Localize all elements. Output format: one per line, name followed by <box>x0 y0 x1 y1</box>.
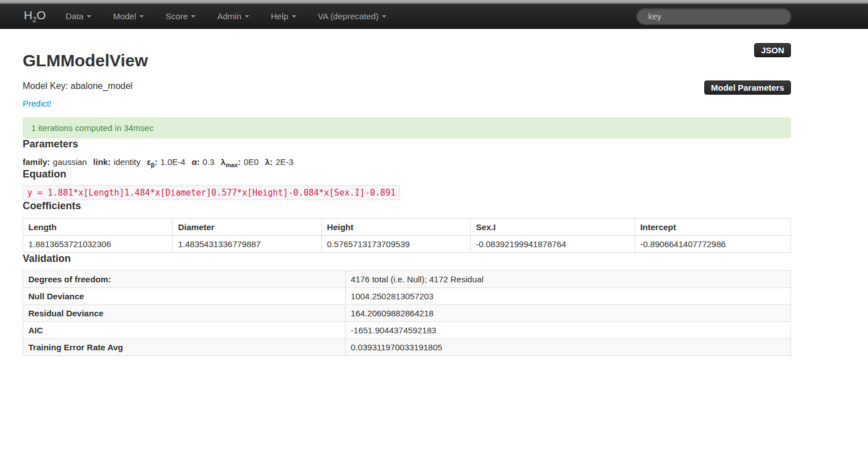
page-title: GLMModelView <box>23 29 791 70</box>
nav-item-label: Score <box>165 11 188 21</box>
column-header: Sex.I <box>470 219 635 236</box>
nav-item-label: Model <box>113 11 136 21</box>
parameters-line: family:gaussian link:identity εβ:1.0E-4 … <box>23 157 791 168</box>
param-epsilon-beta: εβ:1.0E-4 <box>147 157 185 167</box>
param-value: identity <box>113 157 141 167</box>
param-label-colon: : <box>238 157 241 167</box>
param-label: link <box>93 157 108 167</box>
param-value: 1.0E-4 <box>160 157 185 167</box>
column-header: Height <box>322 219 471 236</box>
validation-metric-label: AIC <box>23 322 346 339</box>
param-family: family:gaussian <box>23 157 87 167</box>
chevron-down-icon <box>139 15 144 18</box>
parameters-heading: Parameters <box>23 138 791 150</box>
nav-item-label: Help <box>271 11 288 21</box>
validation-metric-value: 164.20609882864218 <box>346 305 791 322</box>
coefficient-value: -0.8906641407772986 <box>635 236 790 253</box>
chevron-down-icon <box>191 15 195 18</box>
column-header: Intercept <box>635 219 790 236</box>
main-content: JSON Model Parameters GLMModelView Model… <box>23 29 791 356</box>
nav-item-admin[interactable]: Admin <box>206 5 260 28</box>
coefficient-value: 1.4835431336779887 <box>173 236 322 253</box>
param-label: λ <box>265 157 270 167</box>
validation-metric-value: 0.039311970033191805 <box>346 339 791 356</box>
param-label-sub: max <box>225 162 238 168</box>
table-row: Training Error Rate Avg 0.03931197003319… <box>23 339 791 356</box>
validation-table: Degrees of freedom: 4176 total (i.e. Nul… <box>23 270 791 356</box>
equation-code: y = 1.881*x[Length]1.484*x[Diameter]0.57… <box>23 185 400 200</box>
h2o-logo[interactable]: H2O <box>24 9 46 24</box>
param-label-sub: β <box>151 162 155 168</box>
chevron-down-icon <box>87 15 91 18</box>
validation-metric-label: Degrees of freedom: <box>23 271 346 288</box>
nav-item-help[interactable]: Help <box>260 5 307 28</box>
column-header: Diameter <box>173 219 322 236</box>
chevron-down-icon <box>245 15 249 18</box>
param-value: 2E-3 <box>275 157 293 167</box>
chevron-down-icon <box>382 15 386 18</box>
validation-metric-label: Training Error Rate Avg <box>23 339 346 356</box>
json-button[interactable]: JSON <box>754 43 791 57</box>
coefficient-value: 1.8813653721032306 <box>23 236 173 253</box>
table-row: Null Deviance 1004.2502813057203 <box>23 288 791 305</box>
param-label: λ <box>221 157 225 167</box>
param-label: family <box>23 157 47 167</box>
chevron-down-icon <box>292 15 296 18</box>
param-label-colon: : <box>155 157 158 167</box>
nav-item-va-deprecated[interactable]: VA (deprecated) <box>307 5 397 28</box>
nav-item-label: Data <box>66 11 84 21</box>
coefficients-heading: Coefficients <box>23 200 791 212</box>
coefficients-table: Length Diameter Height Sex.I Intercept 1… <box>23 218 791 253</box>
param-label-colon: : <box>108 157 110 167</box>
validation-metric-value: -1651.9044374592183 <box>346 322 791 339</box>
param-link: link:identity <box>93 157 141 167</box>
table-row: Degrees of freedom: 4176 total (i.e. Nul… <box>23 271 791 288</box>
validation-metric-value: 4176 total (i.e. Null); 4172 Residual <box>346 271 791 288</box>
search-input[interactable] <box>636 8 792 25</box>
column-header: Length <box>23 219 173 236</box>
param-label-colon: : <box>270 157 273 167</box>
table-row: AIC -1651.9044374592183 <box>23 322 791 339</box>
param-label-colon: : <box>47 157 50 167</box>
nav-item-score[interactable]: Score <box>155 5 206 28</box>
param-value: 0E0 <box>244 157 259 167</box>
coefficients-header-row: Length Diameter Height Sex.I Intercept <box>23 219 791 236</box>
model-parameters-button[interactable]: Model Parameters <box>704 81 791 95</box>
param-value: 0.3 <box>203 157 215 167</box>
table-row: Residual Deviance 164.20609882864218 <box>23 305 791 322</box>
param-label: α <box>192 157 197 167</box>
coefficient-value: -0.08392199941878764 <box>470 236 635 253</box>
logo-text-post: O <box>36 9 45 22</box>
param-label-colon: : <box>197 157 200 167</box>
equation-heading: Equation <box>23 168 791 180</box>
validation-metric-value: 1004.2502813057203 <box>346 288 791 305</box>
predict-link[interactable]: Predict! <box>23 99 52 108</box>
navbar: H2O Data Model Score Admin Help VA (depr… <box>0 4 868 29</box>
nav-item-label: VA (deprecated) <box>318 11 378 21</box>
validation-heading: Validation <box>23 253 791 265</box>
status-alert-text: 1 iterations computed in 34msec <box>31 123 154 133</box>
model-key-label: Model Key: abalone_model <box>23 81 791 91</box>
validation-metric-label: Null Deviance <box>23 288 346 305</box>
coefficient-value: 0.5765713173709539 <box>322 236 471 253</box>
param-alpha: α:0.3 <box>192 157 214 167</box>
param-lambda-max: λmax:0E0 <box>221 157 259 167</box>
validation-metric-label: Residual Deviance <box>23 305 346 322</box>
nav-item-label: Admin <box>217 11 241 21</box>
logo-text-pre: H <box>24 9 32 22</box>
nav-item-data[interactable]: Data <box>55 5 103 28</box>
coefficients-value-row: 1.8813653721032306 1.4835431336779887 0.… <box>23 236 791 253</box>
status-alert: 1 iterations computed in 34msec <box>23 117 791 138</box>
param-value: gaussian <box>53 157 87 167</box>
browser-chrome-strip <box>0 0 868 4</box>
nav-item-model[interactable]: Model <box>102 5 155 28</box>
param-lambda: λ:2E-3 <box>265 157 293 167</box>
